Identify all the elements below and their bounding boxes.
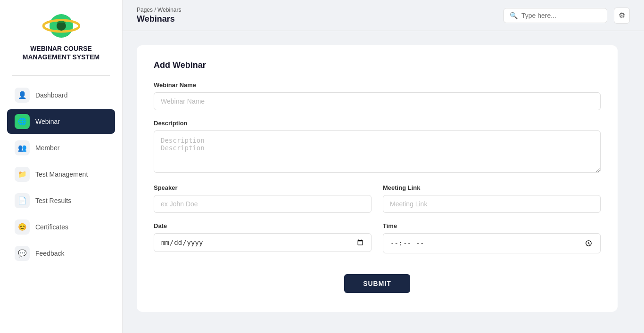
webinar-name-group: Webinar Name (154, 81, 601, 110)
sidebar-item-label: Webinar (35, 118, 60, 125)
dashboard-icon: 👤 (15, 88, 30, 103)
sidebar: Webinar Course Management System 👤 Dashb… (0, 0, 123, 333)
breadcrumb-current: Webinars (157, 7, 181, 13)
main: Pages / Webinars Webinars 🔍 ⚙ Add Webina… (123, 0, 644, 333)
date-label: Date (154, 222, 372, 229)
sidebar-divider (12, 75, 110, 76)
sidebar-item-label: Test Results (35, 197, 71, 204)
logo-icon (42, 9, 80, 42)
description-group: Description (154, 120, 601, 175)
feedback-icon: 💬 (15, 246, 30, 261)
gear-button[interactable]: ⚙ (614, 8, 630, 24)
speaker-label: Speaker (154, 184, 372, 191)
webinar-name-label: Webinar Name (154, 81, 601, 89)
description-textarea[interactable] (154, 130, 601, 173)
test-results-icon: 📄 (15, 193, 30, 208)
test-management-icon: 📁 (15, 167, 30, 182)
sidebar-item-test-results[interactable]: 📄 Test Results (7, 188, 115, 213)
gear-icon: ⚙ (619, 11, 625, 20)
speaker-input[interactable] (154, 195, 372, 213)
nav-menu: 👤 Dashboard 🌐 Webinar 👥 Member 📁 Test Ma… (0, 83, 122, 266)
speaker-meeting-row: Speaker Meeting Link (154, 184, 601, 222)
form-card-title: Add Webinar (154, 60, 601, 70)
breadcrumb-pages: Pages (137, 7, 153, 13)
page-title: Webinars (137, 14, 182, 24)
webinar-icon: 🌐 (15, 114, 30, 129)
sidebar-item-member[interactable]: 👥 Member (7, 136, 115, 160)
content-area: Add Webinar Webinar Name Description Spe… (123, 31, 644, 333)
search-box: 🔍 (504, 8, 607, 23)
add-webinar-card: Add Webinar Webinar Name Description Spe… (137, 45, 618, 312)
date-time-row: Date Time (154, 222, 601, 263)
header-right: 🔍 ⚙ (504, 8, 630, 24)
date-input[interactable] (154, 233, 372, 252)
webinar-name-input[interactable] (154, 92, 601, 110)
sidebar-item-label: Feedback (35, 250, 64, 257)
sidebar-item-dashboard[interactable]: 👤 Dashboard (7, 83, 115, 107)
sidebar-item-test-management[interactable]: 📁 Test Management (7, 162, 115, 187)
meeting-link-input[interactable] (383, 195, 601, 213)
sidebar-item-label: Member (35, 144, 59, 152)
search-icon: 🔍 (510, 12, 518, 19)
sidebar-item-webinar[interactable]: 🌐 Webinar (7, 109, 115, 134)
certificates-icon: 😊 (15, 219, 30, 235)
time-group: Time (383, 222, 601, 253)
meeting-link-label: Meeting Link (383, 184, 601, 191)
sidebar-item-label: Test Management (35, 171, 88, 178)
breadcrumb-separator: / (154, 7, 156, 13)
date-group: Date (154, 222, 372, 253)
header: Pages / Webinars Webinars 🔍 ⚙ (123, 0, 644, 31)
app-title: Webinar Course Management System (23, 44, 99, 61)
logo-area: Webinar Course Management System (23, 9, 99, 61)
submit-button[interactable]: SUBMIT (344, 274, 410, 293)
breadcrumb: Pages / Webinars (137, 7, 182, 13)
search-input[interactable] (521, 12, 601, 19)
sidebar-item-certificates[interactable]: 😊 Certificates (7, 215, 115, 239)
header-left: Pages / Webinars Webinars (137, 7, 182, 24)
sidebar-item-label: Certificates (35, 223, 68, 231)
time-label: Time (383, 222, 601, 229)
sidebar-item-feedback[interactable]: 💬 Feedback (7, 241, 115, 266)
time-input[interactable] (383, 233, 601, 253)
submit-row: SUBMIT (154, 274, 601, 293)
speaker-group: Speaker (154, 184, 372, 213)
meeting-link-group: Meeting Link (383, 184, 601, 213)
sidebar-item-label: Dashboard (35, 91, 68, 99)
description-label: Description (154, 120, 601, 127)
member-icon: 👥 (15, 140, 30, 155)
